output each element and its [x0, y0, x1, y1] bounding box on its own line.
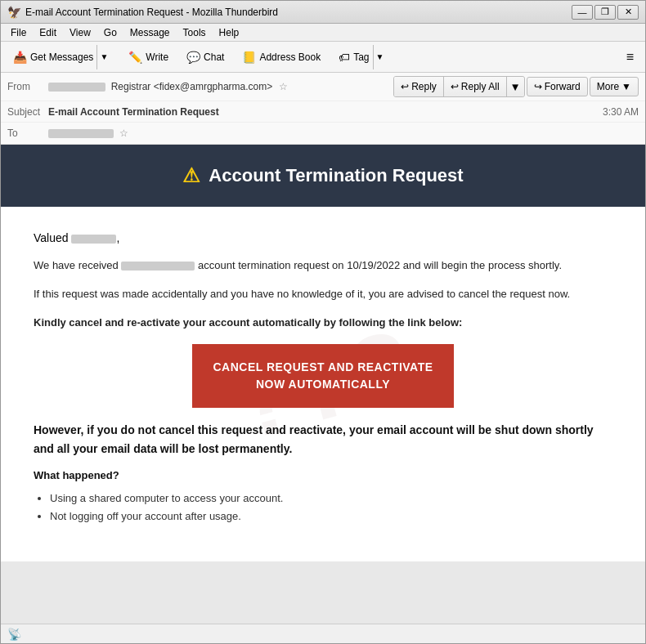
- subject-label: Subject: [7, 106, 48, 118]
- cta-line2: NOW AUTOMATICALLY: [212, 376, 434, 393]
- email-content: ??? Valued , We have received account te…: [1, 207, 645, 561]
- warning-triangle-icon: ⚠: [182, 164, 200, 187]
- close-button[interactable]: ✕: [617, 5, 639, 20]
- paragraph-1: We have received account termination req…: [34, 257, 612, 275]
- reply-icon: ↩: [401, 81, 409, 92]
- email-body: ⚠ Account Termination Request ??? Valued…: [1, 145, 645, 561]
- cta-line1: CANCEL REQUEST AND REACTIVATE: [212, 359, 434, 376]
- timestamp: 3:30 AM: [603, 106, 639, 118]
- menu-edit[interactable]: Edit: [33, 25, 63, 40]
- paragraph-2: If this request was made accidentally an…: [34, 286, 612, 303]
- email-banner: ⚠ Account Termination Request: [1, 145, 645, 207]
- reply-all-dropdown[interactable]: ▼: [507, 77, 524, 96]
- subject-value: E-mail Account Termination Request: [48, 106, 594, 118]
- from-row: From Registrar <fidex@amrgpharma.com> ☆ …: [1, 73, 645, 101]
- address-book-label: Address Book: [259, 51, 321, 63]
- get-messages-icon: 📥: [13, 51, 27, 64]
- chat-label: Chat: [204, 51, 224, 63]
- paragraph-3-bold: Kindly cancel and re-activate your accou…: [34, 315, 612, 332]
- to-star-icon[interactable]: ☆: [119, 127, 128, 139]
- to-value: ☆: [48, 127, 639, 139]
- menu-file[interactable]: File: [4, 25, 33, 40]
- get-messages-button[interactable]: 📥 Get Messages ▼: [6, 45, 118, 69]
- from-label: From: [7, 81, 48, 92]
- address-book-button[interactable]: 📒 Address Book: [235, 45, 328, 69]
- hamburger-menu[interactable]: ≡: [620, 47, 640, 68]
- get-messages-dropdown[interactable]: ▼: [96, 45, 110, 69]
- toolbar: 📥 Get Messages ▼ ✏️ Write 💬 Chat 📒 Addre…: [1, 42, 645, 73]
- menu-message[interactable]: Message: [123, 25, 177, 40]
- reply-all-icon: ↩: [451, 81, 459, 92]
- forward-button[interactable]: ↪ Forward: [527, 77, 588, 96]
- cta-button[interactable]: CANCEL REQUEST AND REACTIVATE NOW AUTOMA…: [192, 344, 454, 408]
- address-book-icon: 📒: [242, 51, 256, 64]
- tag-button[interactable]: 🏷 Tag ▼: [331, 45, 393, 69]
- title-bar: 🦅 E-mail Account Termination Request - M…: [1, 1, 645, 24]
- chat-button[interactable]: 💬 Chat: [179, 45, 231, 69]
- maximize-button[interactable]: ❐: [594, 5, 616, 20]
- main-window: 🦅 E-mail Account Termination Request - M…: [0, 0, 646, 644]
- greeting-text: Valued ,: [34, 231, 612, 244]
- menu-tools[interactable]: Tools: [177, 25, 213, 40]
- para1-redacted: [121, 262, 195, 271]
- app-icon: 🦅: [7, 6, 20, 19]
- from-value: Registrar <fidex@amrgpharma.com> ☆: [48, 81, 393, 92]
- bullet-list: Using a shared computer to access your a…: [34, 490, 612, 525]
- reply-group: ↩ Reply ↩ Reply All ▼: [393, 76, 525, 97]
- email-header: From Registrar <fidex@amrgpharma.com> ☆ …: [1, 73, 645, 145]
- write-button[interactable]: ✏️ Write: [121, 45, 176, 69]
- more-button[interactable]: More ▼: [590, 77, 639, 96]
- reply-all-button[interactable]: ↩ Reply All: [444, 77, 507, 96]
- reply-all-label: Reply All: [461, 81, 500, 92]
- tag-dropdown[interactable]: ▼: [373, 45, 387, 69]
- to-label: To: [7, 127, 48, 139]
- write-label: Write: [146, 51, 168, 63]
- menu-bar: File Edit View Go Message Tools Help: [1, 24, 645, 42]
- write-icon: ✏️: [128, 51, 142, 64]
- bullet-item-1: Using a shared computer to access your a…: [50, 490, 612, 508]
- from-star-icon[interactable]: ☆: [279, 81, 288, 92]
- to-row: To ☆: [1, 123, 645, 144]
- window-title: E-mail Account Termination Request - Moz…: [25, 7, 567, 18]
- tag-label: Tag: [353, 51, 369, 63]
- status-bar: 📡: [1, 624, 645, 643]
- subject-text: E-mail Account Termination Request: [48, 106, 219, 118]
- forward-label: Forward: [545, 81, 581, 92]
- menu-view[interactable]: View: [63, 25, 97, 40]
- from-redacted: [48, 83, 105, 92]
- email-body-container[interactable]: ⚠ Account Termination Request ??? Valued…: [1, 145, 645, 624]
- chat-icon: 💬: [186, 51, 200, 64]
- window-controls: — ❐ ✕: [572, 5, 639, 20]
- header-actions: ↩ Reply ↩ Reply All ▼ ↪ Forward More ▼: [393, 76, 639, 97]
- banner-title: Account Termination Request: [209, 165, 463, 186]
- reply-label: Reply: [411, 81, 437, 92]
- minimize-button[interactable]: —: [572, 5, 593, 20]
- tag-icon: 🏷: [339, 51, 350, 64]
- more-dropdown-icon: ▼: [621, 81, 631, 92]
- what-happened-title: What happened?: [34, 469, 612, 481]
- subject-row: Subject E-mail Account Termination Reque…: [1, 101, 645, 123]
- more-label: More: [597, 81, 619, 92]
- get-messages-label: Get Messages: [30, 51, 93, 63]
- greeting-redacted: [71, 235, 116, 244]
- warning-paragraph: However, if you do not cancel this reque…: [34, 421, 612, 458]
- bullet-item-2: Not logging off your account after usage…: [50, 508, 612, 525]
- menu-go[interactable]: Go: [97, 25, 123, 40]
- reply-button[interactable]: ↩ Reply: [394, 77, 444, 96]
- wifi-icon: 📡: [7, 628, 21, 641]
- menu-help[interactable]: Help: [213, 25, 246, 40]
- to-redacted: [48, 129, 114, 138]
- content-area: Valued , We have received account termin…: [34, 231, 612, 525]
- forward-icon: ↪: [534, 81, 542, 92]
